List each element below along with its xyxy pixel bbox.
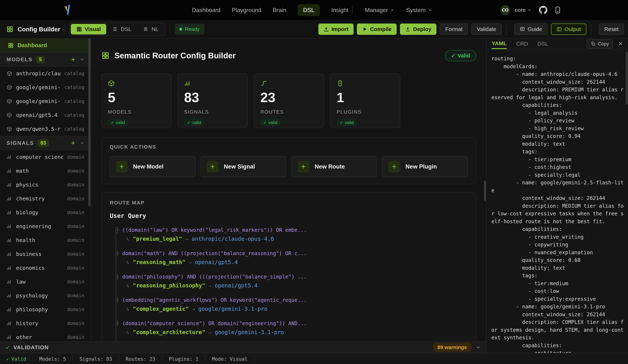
stat-card-plugins[interactable]: 1 PLUGINS ✓valid [330, 73, 400, 128]
model-source-tag: catalog [64, 98, 84, 104]
stat-card-models[interactable]: 5 MODELS ✓valid [101, 73, 171, 128]
github-icon[interactable] [539, 6, 547, 14]
routes-valid-badge: ✓valid [260, 119, 280, 126]
reset-button[interactable]: Reset [599, 23, 624, 35]
nav-item-brain[interactable]: Brain [273, 7, 286, 13]
status-item: Plugins: 1 [162, 356, 205, 362]
chevron-down-icon[interactable] [80, 57, 84, 62]
model-list-item[interactable]: google/gemini-2.… catalog [0, 80, 91, 94]
validate-button[interactable]: Validate [471, 23, 502, 35]
app-logo[interactable] [64, 5, 73, 15]
route-entry[interactable]: ├(embedding("agentic_workflows") OR keyw… [116, 297, 468, 312]
signal-name: physics [16, 182, 38, 188]
sidebar-item-dashboard[interactable]: Dashboard [0, 38, 91, 52]
route-target-model: google/gemini-3.1-pro [215, 329, 284, 335]
guide-button[interactable]: Guide [514, 23, 548, 35]
chevron-down-icon[interactable] [80, 141, 84, 145]
signal-type-tag: domain [67, 265, 84, 271]
route-entry[interactable]: ├((domain("law") OR keyword("legal_risk_… [116, 227, 468, 242]
route-tree: ├((domain("law") OR keyword("legal_risk_… [116, 227, 468, 342]
stat-card-routes[interactable]: 23 ROUTES ✓valid [254, 73, 324, 128]
nav-item-dashboard[interactable]: Dashboard [192, 7, 221, 13]
signal-list-item[interactable]: economics domain [0, 261, 91, 275]
signal-bars-icon [6, 223, 12, 229]
signal-list-item[interactable]: history domain [0, 316, 91, 330]
model-list-item[interactable]: qwen/qwen3.5-rocm catalog [0, 122, 91, 136]
system-menu[interactable]: System [406, 7, 432, 13]
mode-visual-button[interactable]: Visual [71, 24, 106, 34]
model-list-item[interactable]: openai/gpt5.4 catalog [0, 108, 91, 122]
quick-action-label: New Plugin [405, 163, 437, 170]
quick-action-button[interactable]: + New Signal [201, 156, 286, 177]
guide-label: Guide [528, 26, 542, 32]
format-button[interactable]: Format [440, 23, 468, 35]
add-model-button[interactable]: + [71, 56, 75, 63]
signal-list-item[interactable]: law domain [0, 275, 91, 289]
nav-item-insight[interactable]: Insight [331, 7, 348, 13]
route-target-model: anthropic/claude-opus-4.6 [192, 236, 274, 242]
output-scrollbar[interactable] [626, 52, 628, 104]
nav-item-playground[interactable]: Playground [232, 7, 261, 13]
model-name: google/gemini-2.… [16, 84, 60, 90]
manager-menu[interactable]: Manager [365, 7, 394, 13]
download-icon [323, 26, 329, 32]
signal-name: philosophy [16, 306, 48, 313]
output-button[interactable]: Output [551, 23, 586, 35]
quick-action-button[interactable]: + New Plugin [382, 156, 468, 177]
system-menu-label: System [406, 7, 426, 13]
mode-nl-button[interactable]: NL [138, 24, 164, 34]
account-area: CO core [500, 0, 562, 20]
close-icon[interactable]: ✕ [618, 40, 623, 47]
device-icon[interactable] [554, 6, 562, 14]
signal-list-item[interactable]: business domain [0, 247, 91, 261]
yaml-code-area[interactable]: routing: modelCards: - name: anthropic/c… [487, 49, 628, 353]
cube-icon [108, 80, 115, 87]
route-entry[interactable]: ├domain("math") AND ((projection("balanc… [116, 250, 468, 265]
plugins-count: 1 [337, 91, 394, 104]
nav-item-dsl[interactable]: DSL [298, 4, 320, 16]
signal-list-item[interactable]: philosophy domain [0, 302, 91, 316]
tree-leaf-icon: ↳ [126, 329, 130, 335]
compile-button[interactable]: Compile [357, 23, 397, 35]
route-entry[interactable]: ├domain("philosophy") AND (((projection(… [116, 274, 468, 289]
profile-menu[interactable]: core [515, 7, 532, 13]
signal-list-item[interactable]: health domain [0, 233, 91, 247]
tab-dsl[interactable]: DSL [538, 38, 548, 49]
top-nav: Dashboard Playground Brain DSL Insight M… [0, 0, 628, 20]
deploy-button[interactable]: Deploy [400, 23, 436, 35]
sidebar-scrollbar[interactable] [88, 38, 90, 206]
tab-yaml[interactable]: YAML [492, 38, 507, 49]
avatar[interactable]: CO [500, 5, 510, 15]
quick-action-button[interactable]: + New Model [110, 156, 195, 177]
model-list-item[interactable]: anthropic/claude… catalog [0, 67, 91, 80]
model-list-item[interactable]: google/gemini-3.… catalog [0, 94, 91, 108]
add-signal-button[interactable]: + [71, 140, 75, 146]
signal-list-item[interactable]: chemistry domain [0, 192, 91, 206]
signal-list-item[interactable]: other domain [0, 330, 91, 342]
main-scrollbar[interactable] [484, 181, 486, 201]
import-button[interactable]: Import [318, 23, 354, 35]
route-entry[interactable]: ├(domain("computer science") OR domain("… [116, 320, 468, 335]
signal-bars-icon [6, 182, 12, 187]
mode-dsl-button[interactable]: DSL [107, 24, 137, 34]
status-dot-icon [179, 28, 182, 31]
signal-list-item[interactable]: engineering domain [0, 219, 91, 233]
tab-crd[interactable]: CRD [516, 38, 528, 49]
status-bar: ✓ Valid Models: 5 Signals: 83 Routes: 23… [0, 353, 628, 364]
validation-bar[interactable]: ✓ VALIDATION 89 warnings [0, 342, 486, 353]
stat-card-signals[interactable]: 83 SIGNALS ✓valid [177, 73, 248, 128]
left-column: Dashboard MODELS 5 + anthropic/claude… [0, 38, 486, 353]
guide-icon [520, 26, 525, 32]
copy-button[interactable]: Copy [587, 39, 613, 49]
quick-action-button[interactable]: + New Route [291, 156, 377, 177]
signal-list-item[interactable]: biology domain [0, 206, 91, 219]
chevron-down-icon[interactable] [476, 345, 481, 350]
sidebar: Dashboard MODELS 5 + anthropic/claude… [0, 38, 91, 342]
signal-list-item[interactable]: computer science domain [0, 150, 91, 164]
signal-list-item[interactable]: psychology domain [0, 289, 91, 302]
signal-list-item[interactable]: math domain [0, 164, 91, 178]
signals-valid-badge: ✓valid [184, 119, 204, 126]
route-condition: (embedding("agentic_workflows") OR keywo… [122, 297, 307, 303]
signal-list-item[interactable]: physics domain [0, 178, 91, 192]
signal-type-tag: domain [67, 168, 84, 174]
